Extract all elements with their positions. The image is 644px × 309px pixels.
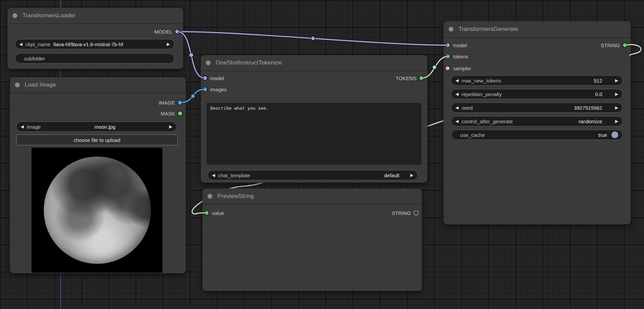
next-arrow-icon[interactable]: ▶ xyxy=(615,105,618,110)
widget-label: subfolder xyxy=(24,56,45,61)
prompt-textarea[interactable]: Describe what you see. xyxy=(207,103,422,165)
widget-label: chat_template xyxy=(218,172,250,178)
moon-image xyxy=(44,157,151,264)
image-preview xyxy=(32,148,162,273)
node-transformers-loader[interactable]: TransformersLoader MODEL ◀ ckpt_name lla… xyxy=(7,8,183,69)
widget-seed[interactable]: ◀ seed 3927515562 ▶ xyxy=(451,103,623,113)
prev-arrow-icon[interactable]: ◀ xyxy=(21,124,24,129)
string-socket-icon[interactable] xyxy=(413,210,419,216)
widget-value: randomize xyxy=(579,119,602,124)
link-dot[interactable] xyxy=(432,65,436,69)
input-port-sampler[interactable]: sampler xyxy=(444,65,631,72)
widget-label: image xyxy=(27,124,41,130)
output-port-image[interactable]: IMAGE xyxy=(10,99,186,106)
widget-value: 3927515562 xyxy=(574,105,602,111)
use-cache-toggle[interactable] xyxy=(611,131,618,138)
link-dot[interactable] xyxy=(191,94,195,98)
next-arrow-icon[interactable]: ▶ xyxy=(615,78,618,83)
next-arrow-icon[interactable]: ▶ xyxy=(615,119,618,124)
tokens-socket-icon[interactable] xyxy=(445,54,450,59)
images-socket-icon[interactable] xyxy=(202,87,208,92)
widget-repetition-penalty[interactable]: ◀ repetition_penalty 0.0 ▶ xyxy=(451,89,623,99)
node-graph-canvas[interactable]: TransformersLoader MODEL ◀ ckpt_name lla… xyxy=(0,0,644,309)
model-socket-icon[interactable] xyxy=(175,29,180,34)
output-label: STRING xyxy=(392,210,411,216)
widget-value: true xyxy=(598,132,607,138)
node-title-bar[interactable]: PreviewString xyxy=(202,188,422,205)
widget-value: default xyxy=(384,172,399,178)
widget-image-select[interactable]: ◀ image moon.jpg ▶ xyxy=(16,122,177,132)
output-port-mask[interactable]: MASK xyxy=(10,110,186,117)
widget-chat-template[interactable]: ◀ chat_template default ▶ xyxy=(208,170,418,180)
prev-arrow-icon[interactable]: ◀ xyxy=(19,42,22,47)
input-port-tokens[interactable]: tokens xyxy=(444,53,631,60)
widget-subfolder[interactable]: subfolder xyxy=(15,53,174,63)
node-load-image[interactable]: Load Image IMAGE MASK ◀ image moon.jpg ▶… xyxy=(10,77,186,273)
node-title: TransformersLoader xyxy=(22,12,76,19)
output-port-string[interactable]: STRING xyxy=(202,209,422,217)
widget-control-after-generate[interactable]: ◀ control_after_generate randomize ▶ xyxy=(451,116,623,126)
prev-arrow-icon[interactable]: ◀ xyxy=(455,119,458,124)
widget-label: ckpt_name xyxy=(25,41,50,47)
image-socket-icon[interactable] xyxy=(177,100,183,105)
next-arrow-icon[interactable]: ▶ xyxy=(169,124,172,129)
node-title: Load Image xyxy=(25,81,56,88)
sampler-socket-icon[interactable] xyxy=(445,66,450,71)
input-port-images[interactable]: images xyxy=(201,86,427,93)
output-port-tokens[interactable]: TOKENS xyxy=(201,74,427,82)
widget-value: 0.0 xyxy=(595,91,602,97)
widget-label: max_new_tokens xyxy=(462,78,501,84)
node-status-dot xyxy=(449,27,453,32)
output-label: TOKENS xyxy=(396,75,416,81)
link-dot[interactable] xyxy=(189,53,194,57)
prev-arrow-icon[interactable]: ◀ xyxy=(455,78,458,83)
node-title: TransformersGenerate xyxy=(458,26,518,33)
node-title: PreviewString xyxy=(217,193,254,200)
node-title-bar[interactable]: OneShotInstructTokenize xyxy=(201,55,427,71)
widget-label: control_after_generate xyxy=(462,119,513,124)
node-title: OneShotInstructTokenize xyxy=(216,59,282,66)
prev-arrow-icon[interactable]: ◀ xyxy=(212,173,215,178)
output-port-string[interactable]: STRING xyxy=(444,41,631,49)
input-label: images xyxy=(210,87,227,92)
string-socket-icon[interactable] xyxy=(622,42,628,48)
next-arrow-icon[interactable]: ▶ xyxy=(410,173,413,178)
node-status-dot xyxy=(208,194,212,199)
input-label: tokens xyxy=(453,54,468,59)
link-dot[interactable] xyxy=(311,36,315,40)
node-oneshot-instruct-tokenize[interactable]: OneShotInstructTokenize model images TOK… xyxy=(201,55,427,183)
choose-file-button[interactable]: choose file to upload xyxy=(16,134,178,145)
input-label: sampler xyxy=(453,66,471,71)
widget-max-new-tokens[interactable]: ◀ max_new_tokens 512 ▶ xyxy=(451,75,623,86)
widget-label: seed xyxy=(462,105,473,111)
node-title-bar[interactable]: TransformersGenerate xyxy=(444,21,631,38)
node-preview-string[interactable]: PreviewString value STRING xyxy=(202,188,422,291)
widget-value: moon.jpg xyxy=(95,124,116,130)
node-status-dot xyxy=(206,60,211,65)
widget-ckpt-name[interactable]: ◀ ckpt_name llava-hf/llava-v1.6-mistral-… xyxy=(15,39,174,49)
next-arrow-icon[interactable]: ▶ xyxy=(615,92,618,96)
next-arrow-icon[interactable]: ▶ xyxy=(167,42,170,47)
output-label: MASK xyxy=(160,111,175,116)
mask-socket-icon[interactable] xyxy=(177,111,183,116)
node-title-bar[interactable]: Load Image xyxy=(10,77,186,93)
widget-label: use_cache xyxy=(460,132,485,138)
output-port-model[interactable]: MODEL xyxy=(7,28,183,35)
output-label: STRING xyxy=(601,42,620,48)
node-title-bar[interactable]: TransformersLoader xyxy=(7,8,183,24)
node-transformers-generate[interactable]: TransformersGenerate model STRING tokens… xyxy=(444,21,631,224)
prev-arrow-icon[interactable]: ◀ xyxy=(455,105,458,110)
widget-value: llava-hf/llava-v1.6-mistral-7b-hf xyxy=(54,41,123,47)
widget-value: 512 xyxy=(594,78,602,84)
wire-model-to-generate xyxy=(177,32,448,45)
node-status-dot xyxy=(13,13,17,18)
node-status-dot xyxy=(15,83,20,87)
prev-arrow-icon[interactable]: ◀ xyxy=(455,92,458,96)
output-label: IMAGE xyxy=(159,100,175,106)
widget-use-cache[interactable]: use_cache true xyxy=(451,130,623,140)
tokens-socket-icon[interactable] xyxy=(419,75,424,81)
widget-label: repetition_penalty xyxy=(462,91,502,97)
output-label: MODEL xyxy=(154,29,172,35)
